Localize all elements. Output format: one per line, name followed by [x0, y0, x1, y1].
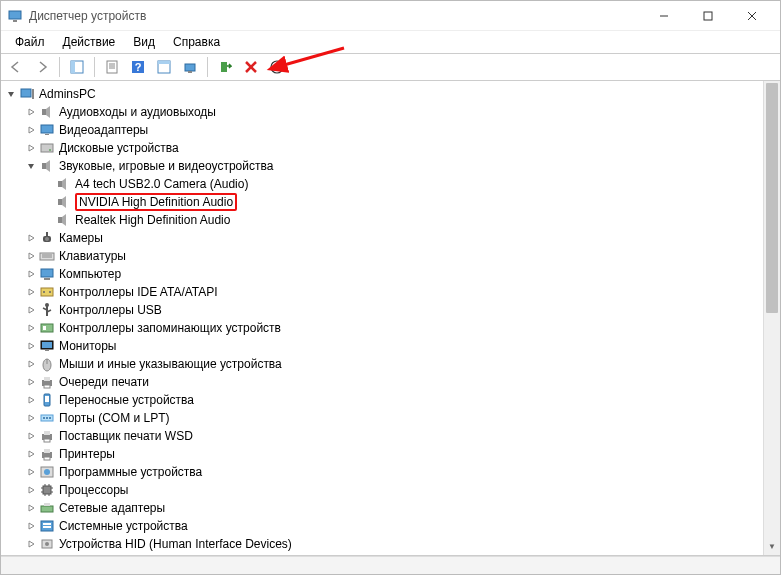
- expander-icon[interactable]: [25, 268, 37, 280]
- category-computer[interactable]: Компьютер: [1, 265, 780, 283]
- speaker-icon: [55, 212, 71, 228]
- install-legacy-button[interactable]: [266, 56, 288, 78]
- svg-rect-82: [41, 506, 53, 512]
- minimize-button[interactable]: [642, 1, 686, 31]
- category-ide-ata[interactable]: Контроллеры IDE ATA/ATAPI: [1, 283, 780, 301]
- vertical-scrollbar[interactable]: ▲ ▼: [763, 81, 780, 555]
- category-video-adapters[interactable]: Видеоадаптеры: [1, 121, 780, 139]
- help-button[interactable]: ?: [127, 56, 149, 78]
- menu-action[interactable]: Действие: [55, 33, 124, 51]
- properties-button[interactable]: [101, 56, 123, 78]
- category-label: Системные устройства: [59, 519, 188, 533]
- category-keyboards[interactable]: Клавиатуры: [1, 247, 780, 265]
- expander-icon[interactable]: [25, 340, 37, 352]
- uninstall-device-button[interactable]: [240, 56, 262, 78]
- expander-icon[interactable]: [25, 448, 37, 460]
- titlebar: Диспетчер устройств: [1, 1, 780, 31]
- category-label: Сетевые адаптеры: [59, 501, 165, 515]
- category-portable[interactable]: Переносные устройства: [1, 391, 780, 409]
- scroll-down-button[interactable]: ▼: [764, 538, 780, 555]
- svg-rect-17: [188, 71, 192, 73]
- category-label: Устройства HID (Human Interface Devices): [59, 537, 292, 551]
- expander-icon[interactable]: [25, 520, 37, 532]
- category-network[interactable]: Сетевые адаптеры: [1, 499, 780, 517]
- expander-icon[interactable]: [25, 142, 37, 154]
- svg-rect-67: [44, 439, 50, 442]
- show-hide-tree-button[interactable]: [66, 56, 88, 78]
- category-storage-ctrl[interactable]: Контроллеры запоминающих устройств: [1, 319, 780, 337]
- tree-root[interactable]: AdminsPC: [1, 85, 780, 103]
- software-icon: [39, 464, 55, 480]
- category-audio-io[interactable]: Аудиовходы и аудиовыходы: [1, 103, 780, 121]
- category-wsd-print[interactable]: Поставщик печати WSD: [1, 427, 780, 445]
- category-software-devices[interactable]: Программные устройства: [1, 463, 780, 481]
- category-label: Компьютер: [59, 267, 121, 281]
- device-nvidia-hd-audio[interactable]: NVIDIA High Definition Audio: [1, 193, 780, 211]
- category-label: Мониторы: [59, 339, 116, 353]
- category-print-queues[interactable]: Очереди печати: [1, 373, 780, 391]
- scan-hardware-button[interactable]: [153, 56, 175, 78]
- category-label: Аудиовходы и аудиовыходы: [59, 105, 216, 119]
- hid-icon: [39, 536, 55, 552]
- menu-file[interactable]: Файл: [7, 33, 53, 51]
- svg-point-35: [45, 237, 49, 241]
- device-label: Realtek High Definition Audio: [75, 213, 230, 227]
- category-label: Программные устройства: [59, 465, 202, 479]
- svg-rect-7: [71, 61, 75, 73]
- expander-icon[interactable]: [25, 322, 37, 334]
- expander-icon[interactable]: [25, 466, 37, 478]
- maximize-button[interactable]: [686, 1, 730, 31]
- printer-icon: [39, 374, 55, 390]
- category-sound-game-video[interactable]: Звуковые, игровые и видеоустройства: [1, 157, 780, 175]
- category-monitors[interactable]: Мониторы: [1, 337, 780, 355]
- forward-button[interactable]: [31, 56, 53, 78]
- category-label: Принтеры: [59, 447, 115, 461]
- expander-icon[interactable]: [25, 160, 37, 172]
- expander-icon[interactable]: [25, 502, 37, 514]
- expander-icon[interactable]: [25, 358, 37, 370]
- device-realtek-hd-audio[interactable]: Realtek High Definition Audio: [1, 211, 780, 229]
- expander-icon[interactable]: [25, 106, 37, 118]
- back-button[interactable]: [5, 56, 27, 78]
- update-driver-button[interactable]: [179, 56, 201, 78]
- category-usb-ctrl[interactable]: Контроллеры USB: [1, 301, 780, 319]
- category-label: Видеоадаптеры: [59, 123, 148, 137]
- category-hid[interactable]: Устройства HID (Human Interface Devices): [1, 535, 780, 553]
- category-ports[interactable]: Порты (COM и LPT): [1, 409, 780, 427]
- svg-rect-3: [704, 12, 712, 20]
- expander-icon[interactable]: [25, 394, 37, 406]
- expander-icon[interactable]: [25, 124, 37, 136]
- expander-icon[interactable]: [5, 88, 17, 100]
- category-mice[interactable]: Мыши и иные указывающие устройства: [1, 355, 780, 373]
- expander-icon[interactable]: [25, 430, 37, 442]
- enable-device-button[interactable]: [214, 56, 236, 78]
- category-printers[interactable]: Принтеры: [1, 445, 780, 463]
- expander-icon[interactable]: [25, 484, 37, 496]
- expander-icon[interactable]: [25, 232, 37, 244]
- svg-rect-18: [221, 62, 227, 72]
- close-button[interactable]: [730, 1, 774, 31]
- svg-rect-41: [44, 278, 50, 280]
- category-cameras[interactable]: Камеры: [1, 229, 780, 247]
- keyboard-icon: [39, 248, 55, 264]
- computer-icon: [19, 86, 35, 102]
- svg-point-44: [49, 291, 51, 293]
- scrollbar-thumb[interactable]: [766, 83, 778, 313]
- category-system[interactable]: Системные устройства: [1, 517, 780, 535]
- expander-icon[interactable]: [25, 250, 37, 262]
- expander-icon[interactable]: [25, 412, 37, 424]
- category-processors[interactable]: Процессоры: [1, 481, 780, 499]
- menu-help[interactable]: Справка: [165, 33, 228, 51]
- device-a4tech[interactable]: A4 tech USB2.0 Camera (Audio): [1, 175, 780, 193]
- statusbar: [1, 556, 780, 574]
- expander-icon[interactable]: [25, 304, 37, 316]
- menu-view[interactable]: Вид: [125, 33, 163, 51]
- category-disk-drives[interactable]: Дисковые устройства: [1, 139, 780, 157]
- device-tree[interactable]: AdminsPCАудиовходы и аудиовыходыВидеоада…: [1, 81, 780, 555]
- system-icon: [39, 518, 55, 534]
- category-label: Контроллеры IDE ATA/ATAPI: [59, 285, 218, 299]
- expander-icon[interactable]: [25, 376, 37, 388]
- device-manager-window: Диспетчер устройств Файл Действие Вид Сп…: [0, 0, 781, 575]
- expander-icon[interactable]: [25, 286, 37, 298]
- expander-icon[interactable]: [25, 538, 37, 550]
